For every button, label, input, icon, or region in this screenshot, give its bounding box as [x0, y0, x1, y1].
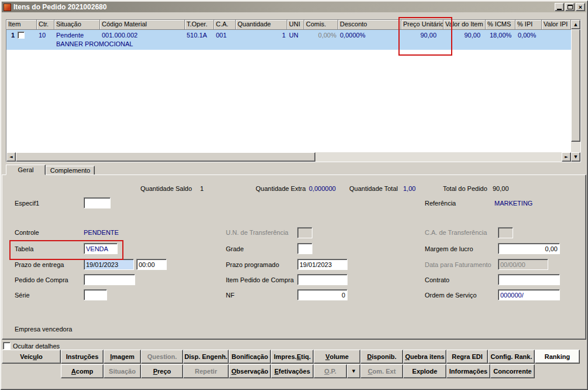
- tab-complemento[interactable]: Complemento: [46, 166, 95, 175]
- cell-situacao: Pendente: [54, 32, 100, 39]
- items-grid: Item Ctr. Situação Código Material T.Ope…: [6, 19, 581, 162]
- nf-input[interactable]: [297, 289, 348, 300]
- column-header-valor-do-item[interactable]: Valor do Item: [443, 20, 486, 30]
- explode-button[interactable]: Explode: [403, 364, 446, 378]
- concorrente-button[interactable]: Concorrente: [490, 364, 535, 378]
- order-items-window: Itens do Pedido 2021002680 × Item Ctr. S…: [0, 0, 588, 390]
- impres-etiq-button[interactable]: Impres. Etiq.: [271, 350, 314, 364]
- column-header-comis[interactable]: Comis.: [304, 20, 338, 30]
- margem-lucro-input[interactable]: [498, 243, 560, 254]
- minimize-icon: [557, 9, 562, 10]
- especif1-input[interactable]: [84, 197, 111, 208]
- prazo-programado-label: Prazo programado: [226, 261, 279, 268]
- column-header-quantidade[interactable]: Quantidade: [236, 20, 287, 30]
- observacao-button[interactable]: Observação: [229, 364, 271, 378]
- data-faturamento-label: Data para Faturamento: [425, 261, 491, 268]
- prazo-entrega-time-input[interactable]: [136, 259, 167, 270]
- maximize-button[interactable]: [565, 3, 575, 11]
- scroll-left-icon: ◄: [9, 155, 12, 159]
- ca-transferencia-input: [498, 227, 513, 238]
- contrato-input[interactable]: [498, 274, 560, 285]
- ordem-servico-label: Ordem de Serviço: [425, 292, 477, 299]
- cell-ipi: 0,00%: [515, 32, 542, 39]
- close-button[interactable]: ×: [576, 3, 585, 11]
- quantidade-total-value: 1,00: [403, 185, 415, 192]
- quebra-itens-button[interactable]: Quebra itens: [403, 350, 446, 364]
- op-dropdown-button[interactable]: ▼: [347, 364, 360, 378]
- un-transferencia-label: U.N. de Transferência: [226, 229, 288, 236]
- column-header-item[interactable]: Item: [6, 20, 37, 30]
- cell-t-oper: 510.1A: [185, 32, 214, 39]
- column-header-uni[interactable]: UNI: [287, 20, 304, 30]
- tabela-input[interactable]: [84, 243, 118, 254]
- ocultar-detalhes-checkbox[interactable]: [3, 342, 11, 350]
- column-header-situacao[interactable]: Situação: [54, 20, 100, 30]
- grade-input[interactable]: [297, 243, 312, 254]
- quantidade-extra-value: 0,000000: [309, 185, 336, 192]
- scroll-down-icon: ▼: [574, 155, 577, 159]
- scroll-right-icon: ►: [565, 155, 568, 159]
- grade-label: Grade: [226, 245, 244, 252]
- scroll-up-button[interactable]: ▲: [571, 20, 580, 29]
- column-header-ipi[interactable]: % IPI: [515, 20, 542, 30]
- imagem-button[interactable]: Imagem: [104, 350, 141, 364]
- scroll-right-button[interactable]: ►: [562, 152, 571, 162]
- instrucoes-button[interactable]: Instruções: [61, 350, 104, 364]
- minimize-button[interactable]: [555, 3, 564, 11]
- tab-geral[interactable]: Geral: [6, 165, 46, 175]
- column-header-ca[interactable]: C.A.: [214, 20, 236, 30]
- prazo-programado-input[interactable]: [297, 259, 348, 270]
- question-button: Question.: [141, 350, 183, 364]
- maximize-icon: [568, 5, 573, 9]
- regra-edi-button[interactable]: Regra EDI: [446, 350, 488, 364]
- cell-ca: 001: [214, 32, 236, 39]
- horizontal-scrollbar[interactable]: ◄ ►: [6, 152, 571, 162]
- prazo-entrega-date-input[interactable]: [84, 259, 134, 270]
- preco-button[interactable]: Preço: [141, 364, 183, 378]
- controle-label: Controle: [15, 229, 39, 236]
- margem-lucro-label: Margem de lucro: [425, 245, 473, 252]
- veiculo-button[interactable]: Veículo: [2, 350, 61, 364]
- acomp-button[interactable]: Acomp: [61, 364, 104, 378]
- informacoes-button[interactable]: Informações: [446, 364, 490, 378]
- serie-input[interactable]: [84, 289, 107, 300]
- disp-engenh-button[interactable]: Disp. Engenh.: [183, 350, 229, 364]
- column-header-icms[interactable]: % ICMS: [486, 20, 515, 30]
- item-pedido-compra-label: Item Pedido de Compra: [226, 276, 294, 283]
- efetivacoes-button[interactable]: Efetivações: [271, 364, 314, 378]
- column-header-preco-unitario[interactable]: Preço Unitário: [401, 20, 443, 30]
- column-header-codigo-material[interactable]: Código Material: [100, 20, 185, 30]
- quantidade-extra-label: Quantidade Extra: [256, 185, 306, 192]
- scroll-down-button[interactable]: ▼: [571, 152, 580, 162]
- column-header-valor-ipi[interactable]: Valor IPI: [542, 20, 571, 30]
- referencia-value: MARKETING: [494, 200, 532, 207]
- volume-button[interactable]: Volume: [314, 350, 360, 364]
- vertical-scrollbar[interactable]: ▲ ▼: [571, 20, 580, 162]
- config-rank-button[interactable]: Config. Rank.: [488, 350, 535, 364]
- bonificacao-button[interactable]: Bonificação: [229, 350, 271, 364]
- ranking-button[interactable]: Ranking: [535, 350, 580, 364]
- un-transferencia-input: [297, 227, 312, 238]
- ordem-servico-input[interactable]: [498, 289, 560, 300]
- close-icon: ×: [579, 4, 582, 10]
- scroll-left-button[interactable]: ◄: [6, 152, 16, 162]
- column-header-ctr[interactable]: Ctr.: [37, 20, 54, 30]
- cell-comis: 0,00%: [304, 32, 338, 39]
- prazo-entrega-label: Prazo de entrega: [15, 261, 64, 268]
- item-pedido-compra-input[interactable]: [297, 274, 348, 285]
- disponib-button[interactable]: Disponib.: [360, 350, 403, 364]
- column-header-t-oper[interactable]: T.Oper.: [185, 20, 214, 30]
- cell-icms: 18,00%: [486, 32, 515, 39]
- window-title: Itens do Pedido 2021002680: [13, 3, 555, 11]
- grid-body: 1 10 Pendente 001.000.002 510.1A 001 1 U…: [6, 30, 571, 152]
- column-header-desconto[interactable]: Desconto: [338, 20, 401, 30]
- vertical-scroll-thumb[interactable]: [571, 29, 580, 142]
- quantidade-saldo-label: Quantidade Saldo: [140, 185, 192, 192]
- grid-row-selected[interactable]: 1 10 Pendente 001.000.002 510.1A 001 1 U…: [6, 30, 571, 50]
- nf-label: NF: [226, 292, 235, 299]
- cell-valor-item: 90,00: [443, 32, 486, 39]
- row-checkbox[interactable]: [18, 32, 25, 39]
- horizontal-scroll-thumb[interactable]: [16, 152, 315, 162]
- repetir-button: Repetir: [183, 364, 229, 378]
- pedido-compra-input[interactable]: [84, 274, 135, 285]
